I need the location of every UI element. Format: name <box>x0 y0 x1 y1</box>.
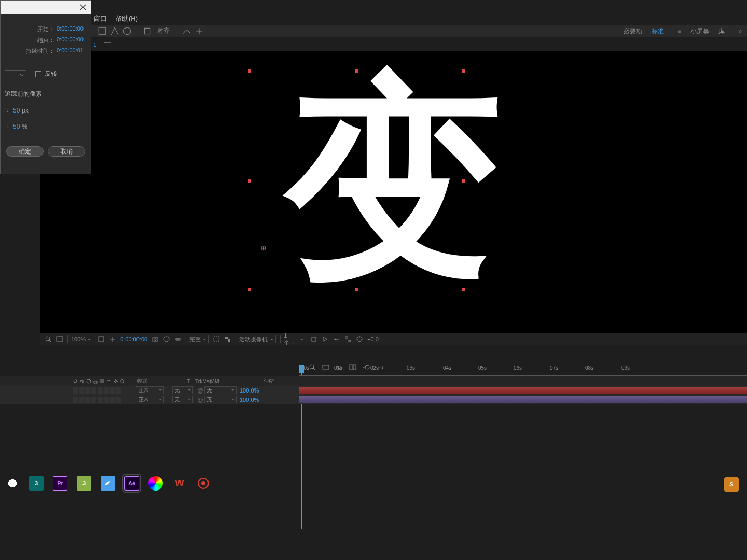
col-shy-icon[interactable] <box>106 379 112 384</box>
transform-handle-ml[interactable] <box>248 179 251 183</box>
resolution-icon[interactable] <box>98 335 105 343</box>
transform-handle-bc[interactable] <box>355 288 358 291</box>
exposure-value[interactable]: +0.0 <box>367 336 379 342</box>
layer-parent-dropdown[interactable]: 无 <box>204 386 237 394</box>
panel-menu-icon[interactable] <box>104 42 111 47</box>
layer-duration-bar[interactable] <box>299 396 747 403</box>
layer-switch[interactable] <box>116 397 121 403</box>
resolution-dropdown[interactable]: 完整 <box>186 335 209 343</box>
layer-switch[interactable] <box>79 397 84 403</box>
anchor-point-icon[interactable]: ⊕ <box>260 244 267 252</box>
layer-switch[interactable] <box>85 387 90 394</box>
tool-icon-5[interactable] <box>182 26 191 36</box>
taskbar-app-3-icon[interactable]: 3 <box>77 476 91 491</box>
cancel-button[interactable]: 取消 <box>48 146 85 157</box>
roi-icon[interactable] <box>213 335 220 343</box>
parent-pickwhip-icon[interactable]: @ <box>196 396 204 404</box>
dialog-close-button[interactable] <box>78 3 88 11</box>
col-3d-icon[interactable] <box>120 379 125 384</box>
workspace-standard-menu-icon[interactable]: ≡ <box>677 27 681 35</box>
layer-switch[interactable] <box>73 387 78 394</box>
col-label-icon[interactable] <box>100 379 105 384</box>
taskbar-app-premiere-icon[interactable]: Pr <box>53 476 67 491</box>
layer-switch[interactable] <box>73 397 78 403</box>
layer-switch[interactable] <box>110 387 115 394</box>
exposure-reset-icon[interactable] <box>356 335 363 343</box>
transform-handle-bl[interactable] <box>248 288 251 291</box>
layer-stretch-value[interactable]: 100.0% <box>240 387 259 394</box>
timeline-sync-icon[interactable] <box>333 335 340 343</box>
col-trkmat-header[interactable]: TTrkMat <box>166 376 208 386</box>
camera-dropdown[interactable]: 活动摄像机 <box>236 335 276 343</box>
pct-value[interactable]: 50 <box>13 123 20 130</box>
taskbar-app-colorwheel-icon[interactable] <box>148 476 163 491</box>
layer-mode-dropdown[interactable]: 正常 <box>136 386 164 394</box>
col-lock-icon[interactable] <box>93 379 98 384</box>
col-video-icon[interactable] <box>73 379 78 384</box>
parent-pickwhip-icon[interactable]: @ <box>196 386 204 395</box>
menu-help[interactable]: 帮助(H) <box>115 14 138 23</box>
col-audio-icon[interactable] <box>79 379 85 384</box>
layer-switch[interactable] <box>91 397 96 403</box>
workspace-overflow-icon[interactable]: » <box>738 27 742 35</box>
layer-switch[interactable] <box>85 397 90 403</box>
col-stretch-header[interactable]: 伸缩 <box>261 376 299 386</box>
magnify-icon[interactable] <box>45 335 52 343</box>
col-parent-header[interactable]: 父级 <box>208 376 261 386</box>
taskbar-app-sogou-icon[interactable]: S <box>724 477 739 492</box>
end-time-value[interactable]: 0:00:00:00 <box>57 36 87 44</box>
layer-switch[interactable] <box>110 397 115 403</box>
grid-toggle-icon[interactable] <box>109 335 116 343</box>
transform-handle-tr[interactable] <box>462 69 465 73</box>
zoom-dropdown[interactable]: 100% <box>67 335 93 343</box>
dialog-titlebar[interactable] <box>1 1 91 14</box>
workspace-standard[interactable]: 标准 <box>652 27 664 36</box>
transparency-icon[interactable] <box>224 335 231 343</box>
timeline-layer-row[interactable]: 正常 无 @ 无 100.0% <box>0 386 747 395</box>
layer-parent-dropdown[interactable]: 无 <box>204 396 237 403</box>
tool-icon-3[interactable] <box>122 26 132 36</box>
screen-icon[interactable] <box>56 335 63 343</box>
start-time-value[interactable]: 0:00:00:00 <box>57 25 87 33</box>
pixel-aspect-icon[interactable] <box>310 335 317 343</box>
layer-switch[interactable] <box>79 387 84 394</box>
layer-switch[interactable] <box>104 387 109 394</box>
transform-handle-tc[interactable] <box>355 69 358 73</box>
taskbar-app-recorder-icon[interactable] <box>196 476 211 491</box>
layer-switch[interactable] <box>116 387 121 394</box>
dialog-dropdown[interactable] <box>5 70 26 80</box>
duration-value[interactable]: 0:00:00:01 <box>57 47 87 55</box>
snap-icon[interactable] <box>143 26 152 36</box>
reverse-checkbox[interactable] <box>35 71 42 77</box>
taskbar-app-thunder-icon[interactable] <box>101 476 115 491</box>
current-timecode[interactable]: 0:00:00:00 <box>120 336 147 342</box>
tool-icon-6[interactable] <box>195 26 204 36</box>
layer-switch[interactable] <box>98 397 103 403</box>
layer-duration-bar[interactable] <box>299 387 747 394</box>
views-dropdown[interactable]: 1 个... <box>280 335 306 343</box>
layer-switch[interactable] <box>104 397 109 403</box>
taskbar-app-aftereffects-icon[interactable]: Ae <box>125 476 139 491</box>
layer-mode-dropdown[interactable]: 正常 <box>136 396 164 403</box>
workspace-essentials[interactable]: 必要项 <box>624 27 642 36</box>
taskbar-app-wps-icon[interactable]: W <box>172 476 187 491</box>
layer-switch[interactable] <box>98 387 103 394</box>
taskbar-app-3dsmax-icon[interactable]: 3 <box>29 476 44 491</box>
transform-handle-tl[interactable] <box>248 69 251 73</box>
workspace-small-screen[interactable]: 小屏幕 <box>690 27 709 36</box>
layer-switch[interactable] <box>91 387 96 394</box>
tool-icon-1[interactable] <box>98 26 107 36</box>
timeline-layer-row[interactable]: 正常 无 @ 无 100.0% <box>0 395 747 404</box>
snapshot-icon[interactable] <box>151 335 159 343</box>
workspace-library[interactable]: 库 <box>718 27 725 36</box>
channels-icon[interactable] <box>163 335 170 343</box>
ok-button[interactable]: 确定 <box>6 146 44 157</box>
taskbar-app-qq-icon[interactable] <box>5 476 20 491</box>
col-mode-header[interactable]: 模式 <box>135 376 166 386</box>
composition-viewer[interactable]: 变 ⊕ <box>40 51 747 333</box>
mask-icon[interactable] <box>174 335 182 343</box>
layer-stretch-value[interactable]: 100.0% <box>240 397 259 403</box>
px-value[interactable]: 50 <box>13 107 20 114</box>
timeline-ruler[interactable]: 00s 01s 02s 03s 04s 05s 06s 07s 08s 09s <box>299 365 747 375</box>
fast-preview-icon[interactable] <box>322 335 329 343</box>
